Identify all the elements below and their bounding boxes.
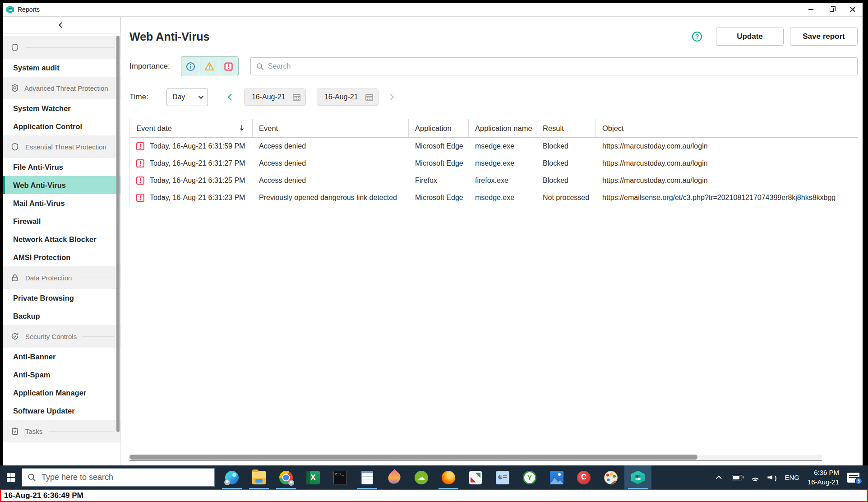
sidebar-item-label: Application Control [13,122,82,131]
column-header-application-name[interactable]: Application name [469,119,536,137]
column-header-event[interactable]: Event [253,119,409,137]
taskbar-app-kaspersky[interactable] [624,465,651,489]
speaker-icon[interactable] [767,474,777,481]
table-body: Today, 16-Aug-21 6:31:59 PMAccess denied… [130,138,858,206]
sidebar-item-mail-anti-virus[interactable]: Mail Anti-Virus [3,194,120,212]
shield-icon [11,43,20,52]
help-icon[interactable]: ? [692,31,702,42]
taskbar-app-photos[interactable] [543,465,570,489]
importance-information-button[interactable] [181,57,200,76]
sidebar: System auditAdvanced Threat ProtectionSy… [3,17,121,465]
sidebar-scrollbar[interactable] [116,36,120,432]
minimize-button[interactable] [800,3,821,16]
taskbar-app-presentation[interactable] [489,465,516,489]
cell-object: https://marcustoday.com.au/login [596,138,858,155]
importance-warning-button[interactable] [200,57,219,76]
sidebar-item-backup[interactable]: Backup [3,307,120,325]
language-indicator[interactable]: ENG [785,474,799,481]
critical-event-icon [136,159,144,167]
notification-center-icon[interactable]: 5 [847,473,859,483]
sidebar-item-anti-banner[interactable]: Anti-Banner [3,348,120,366]
table-row[interactable]: Today, 16-Aug-21 6:31:27 PMAccess denied… [130,155,858,172]
cell-application: Microsoft Edge [409,155,469,172]
taskbar-app-treesize[interactable] [516,465,543,489]
start-button[interactable] [0,465,22,489]
horizontal-scrollbar-track[interactable] [129,455,822,461]
table-row[interactable]: Today, 16-Aug-21 6:31:23 PMPreviously op… [130,189,858,206]
taskbar-app-ccleaner[interactable] [570,465,597,489]
sidebar-item-label: System Watcher [13,104,71,113]
faststone-icon [469,471,482,484]
svg-text:?: ? [695,33,699,40]
search-input[interactable] [268,62,852,70]
save-report-button[interactable]: Save report [790,28,858,46]
taskbar-app-edge[interactable] [218,465,245,489]
time-period-select[interactable]: Day [166,88,208,106]
taskbar-app-excel[interactable] [300,465,327,489]
sidebar-item-application-manager[interactable]: Application Manager [3,384,120,402]
calendar-icon [292,93,301,102]
sidebar-section-security-controls: Security Controls [3,325,120,348]
battery-icon[interactable] [732,475,742,480]
terminal-icon [333,471,347,484]
sidebar-item-system-watcher[interactable]: System Watcher [3,99,120,117]
tray-chevron-up-icon[interactable] [716,475,722,481]
kaspersky-icon [631,471,645,484]
sidebar-item-anti-spam[interactable]: Anti-Spam [3,366,120,384]
taskbar-search-input[interactable] [42,473,209,482]
taskbar-app-paint-3d[interactable] [381,465,408,489]
importance-critical-button[interactable] [219,57,238,76]
sidebar-item-private-browsing[interactable]: Private Browsing [3,289,120,307]
sidebar-collapse-button[interactable] [3,17,120,33]
next-period-button[interactable] [388,94,394,100]
restore-button[interactable] [821,3,842,16]
shield-badge-icon [11,84,19,93]
column-header-object[interactable]: Object [596,119,858,137]
sidebar-item-file-anti-virus[interactable]: File Anti-Virus [3,158,120,176]
taskbar-app-firefox[interactable] [435,465,462,489]
windows-logo-icon [7,473,15,482]
close-button[interactable] [842,3,863,16]
taskbar-app-backup-cloud[interactable] [408,465,435,489]
sidebar-item-network-attack-blocker[interactable]: Network Attack Blocker [3,230,120,248]
column-header-application[interactable]: Application [409,119,469,137]
taskbar-app-notepad[interactable] [354,465,381,489]
column-header-event-date[interactable]: Event date [130,119,253,137]
wifi-icon[interactable] [750,474,760,481]
cell-event-date: Today, 16-Aug-21 6:31:59 PM [130,138,253,155]
column-header-result[interactable]: Result [536,119,596,137]
sidebar-item-firewall[interactable]: Firewall [3,212,120,230]
sidebar-item-software-updater[interactable]: Software Updater [3,402,120,420]
kaspersky-window-icon [6,6,14,14]
main-content: Web Anti-Virus ? Update Save report Impo… [121,17,863,465]
tray-clock[interactable]: 6:36 PM 16-Aug-21 [808,468,839,487]
previous-period-button[interactable] [228,94,234,100]
sidebar-item-label: Firewall [13,217,41,226]
sidebar-section-essential-threat-protection: Essential Threat Protection [3,135,120,158]
show-desktop-button[interactable] [866,465,868,489]
taskbar-app-paint[interactable] [597,465,624,489]
taskbar-app-faststone[interactable] [462,465,489,489]
divider [78,278,114,278]
taskbar-app-file-explorer[interactable] [245,465,272,489]
critical-event-icon [136,177,144,185]
chevron-down-icon [199,94,203,99]
taskbar-app-terminal[interactable] [327,465,354,489]
date-from-field[interactable]: 16-Aug-21 [244,88,306,106]
photos-icon [550,471,563,484]
table-row[interactable]: Today, 16-Aug-21 6:31:25 PMAccess denied… [130,172,858,189]
notepad-icon [361,471,373,484]
window-title: Reports [18,6,40,13]
taskbar-app-chrome[interactable] [272,465,300,489]
sidebar-item-amsi-protection[interactable]: AMSI Protection [3,248,120,266]
critical-event-icon [136,194,144,202]
sidebar-item-label: System audit [13,64,60,72]
sidebar-item-web-anti-virus[interactable]: Web Anti-Virus [3,176,120,194]
horizontal-scrollbar-thumb[interactable] [129,455,697,460]
sidebar-item-application-control[interactable]: Application Control [3,117,120,135]
date-to-field[interactable]: 16-Aug-21 [317,88,379,106]
sidebar-item-system-audit[interactable]: System audit [3,59,120,77]
table-row[interactable]: Today, 16-Aug-21 6:31:59 PMAccess denied… [130,138,858,155]
update-button[interactable]: Update [716,28,784,46]
cell-application-name: msedge.exe [469,189,536,206]
